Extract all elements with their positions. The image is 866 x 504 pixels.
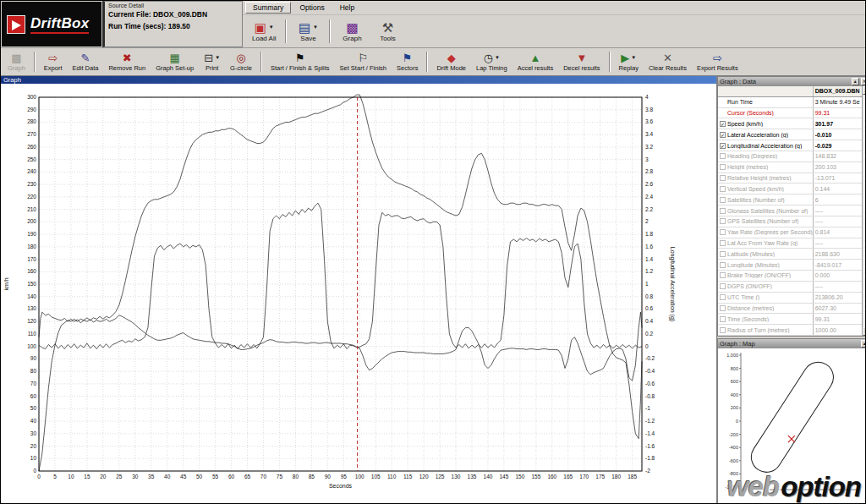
dropdown-arrow-icon[interactable]: ▼ [631,55,636,60]
menu-item-options[interactable]: Options [293,3,331,13]
data-panel-scrollbar[interactable]: ▲ ▼ [862,86,866,336]
unchecked-checkbox[interactable] [720,153,726,159]
graph-map-titlebar[interactable]: Graph : Map ▲ [718,339,866,348]
data-row-dgps-on-off[interactable]: DGPS (ON/OFF)---- [718,282,862,293]
svg-text:1,000: 1,000 [726,353,738,358]
data-row-radius-of-turn-metres[interactable]: Radius of Turn (metres)1000.00 [718,325,862,336]
svg-text:180: 180 [27,244,36,249]
data-row-lat-acc-from-yaw-rate-g[interactable]: Lat Acc From Yaw Rate (g)---- [718,238,862,249]
unchecked-checkbox[interactable] [720,294,726,300]
graph-set-up-button[interactable]: ▦Graph Set-up [151,49,199,74]
replay-button[interactable]: ▶▼Replay [614,49,644,74]
data-row-longitudinal-acceleration-g[interactable]: ✓Longitudinal Acceleration (g)-0.029 [718,140,862,151]
data-row-label: UTC Time () [727,294,813,300]
drift-mode-button[interactable]: ◆Drift Mode [431,49,471,74]
svg-text:15: 15 [84,474,90,479]
start-finish-splits-button[interactable]: ⚑Start / Finish & Splits [266,49,335,74]
load-all-icon: ▣ [255,21,266,34]
checked-checkbox[interactable]: ✓ [720,143,726,149]
print-button[interactable]: ⊟▼Print [199,49,225,74]
menu-item-summary[interactable]: Summary [245,2,291,14]
export-results-button[interactable]: ⇨Export Results [692,49,743,74]
data-row-lateral-acceleration-g[interactable]: ✓Lateral Acceleration (g)-0.010 [718,129,862,140]
clear-results-button[interactable]: ✕Clear Results [644,49,692,74]
svg-text:120: 120 [419,474,429,479]
menu-item-help[interactable]: Help [333,3,361,13]
data-row-brake-trigger-on-off[interactable]: Brake Trigger (ON/OFF)0.000 [718,271,862,282]
data-row-speed-km-h[interactable]: ✓Speed (km/h)301.97 [718,118,862,129]
svg-text:3.4: 3.4 [645,131,653,137]
data-row-glonass-satellites-number-of[interactable]: Glonass Satellites (Number of)---- [718,205,862,216]
unchecked-checkbox[interactable] [720,229,726,235]
svg-text:10: 10 [68,474,74,479]
remove-run-button[interactable]: ✖Remove Run [103,49,151,74]
unchecked-checkbox[interactable] [720,283,726,289]
unchecked-checkbox[interactable] [720,197,726,203]
unchecked-checkbox[interactable] [720,175,726,181]
unchecked-checkbox[interactable] [720,218,726,224]
unchecked-checkbox[interactable] [720,186,726,192]
edit-data-button[interactable]: ✎Edit Data [68,49,104,74]
g-circle-button[interactable]: ◎G-circle [225,49,257,74]
svg-text:270: 270 [27,131,36,137]
data-row-run-time[interactable]: Run Time3 Minute 9.49 Se [718,97,862,108]
unchecked-checkbox[interactable] [720,316,726,322]
collapse-panel-button[interactable]: ▲ [852,78,859,85]
close-panel-button[interactable]: ✕ [861,78,866,85]
data-row-value: 148.832 [813,151,862,162]
unchecked-checkbox[interactable] [720,262,726,268]
unchecked-checkbox[interactable] [720,240,726,246]
set-start-finish-button[interactable]: ⚐Set Start / Finish [335,49,392,74]
data-row-time-seconds[interactable]: Time (Seconds)99.31 [718,314,862,325]
dropdown-arrow-icon[interactable]: ▼ [269,25,274,30]
data-row-height-metres[interactable]: Height (metres)200.103 [718,162,862,173]
svg-text:130: 130 [452,474,461,479]
unchecked-checkbox[interactable] [720,272,726,278]
data-row-latitude-minutes[interactable]: Latitude (Minutes)2188.630 [718,249,862,260]
svg-text:-2: -2 [645,468,650,474]
load-all-label: Load All [252,35,276,42]
data-row-distance-metres[interactable]: Distance (metres)6027.30 [718,304,862,315]
watermark: weboption [727,471,861,503]
unchecked-checkbox[interactable] [720,251,726,257]
checked-checkbox[interactable]: ✓ [720,121,726,127]
svg-text:60: 60 [228,474,235,479]
graph-data-titlebar[interactable]: Graph : Data ▲ ✕ [718,77,866,86]
graph-plot-area[interactable]: 0510152025303540455055606570758085909510… [1,84,716,504]
scroll-up-icon[interactable]: ▲ [863,86,866,95]
decel-results-button[interactable]: ▼Decel results [558,49,605,74]
data-row-gps-satellites-number-of[interactable]: GPS Satellites (Number of)---- [718,216,862,227]
save-button[interactable]: ▤▼Save [290,17,326,46]
data-row-vertical-speed-km-h[interactable]: Vertical Speed (km/h)0.144 [718,184,862,194]
sectors-button[interactable]: ⚑Sectors [392,49,423,74]
export-button[interactable]: ⇨Export [39,49,68,74]
data-row-utc-time[interactable]: UTC Time ()213806.20 [718,293,862,304]
data-row-satellites-number-of[interactable]: Satellites (Number of)6 [718,194,862,205]
dropdown-arrow-icon[interactable]: ▼ [495,55,500,60]
accel-results-icon: ▲ [530,52,541,63]
data-row-longitude-minutes[interactable]: Longitude (Minutes)-8419.017 [718,260,862,271]
data-row-heading-degrees[interactable]: Heading (Degrees)148.832 [718,151,862,162]
data-row-yaw-rate-degrees-per-second[interactable]: Yaw Rate (Degrees per Second)0.814 [718,227,862,238]
data-row-cursor-seconds[interactable]: Cursor (Seconds)99.31 [718,108,862,119]
graph-window-titlebar[interactable]: Graph [1,76,716,84]
graph-button[interactable]: ▩Graph [334,17,370,46]
dropdown-arrow-icon[interactable]: ▼ [215,55,220,60]
unchecked-checkbox[interactable] [720,327,726,333]
checked-checkbox[interactable]: ✓ [720,132,726,138]
load-all-button[interactable]: ▣▼Load All [246,17,282,46]
svg-text:80: 80 [30,368,37,374]
unchecked-checkbox[interactable] [720,208,726,214]
unchecked-checkbox[interactable] [720,164,726,170]
svg-text:3.6: 3.6 [645,118,653,124]
scroll-down-icon[interactable]: ▼ [863,327,866,336]
svg-text:km/h: km/h [3,277,9,290]
accel-results-button[interactable]: ▲Accel results [512,49,559,74]
collapse-map-button[interactable]: ▲ [861,340,866,348]
dropdown-arrow-icon[interactable]: ▼ [313,25,318,30]
data-row-relative-height-metres[interactable]: Relative Height (metres)-13.071 [718,173,862,184]
unchecked-checkbox[interactable] [720,305,726,311]
tools-button[interactable]: ⚒Tools [370,17,405,46]
svg-text:85: 85 [309,474,315,479]
lap-timing-button[interactable]: ◷▼Lap Timing [471,49,512,74]
